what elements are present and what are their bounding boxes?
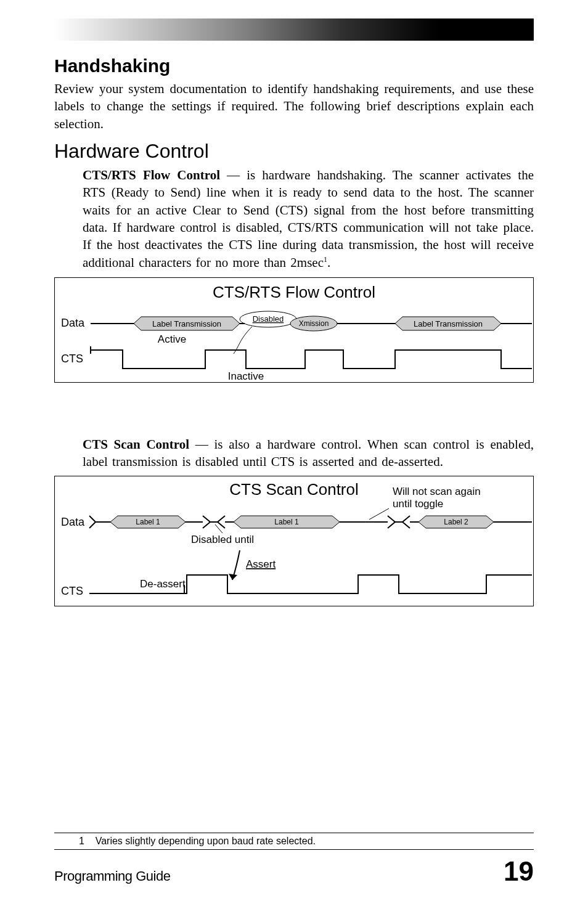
footnote-num: 1: [79, 836, 84, 846]
diag2-data-label: Data: [61, 516, 85, 528]
footnote-1: 1 Varies slightly depending upon baud ra…: [54, 833, 534, 849]
diagram-cts-scan-control: CTS Scan Control Will not scan again unt…: [54, 476, 534, 606]
diagram2-title: CTS Scan Control: [229, 480, 359, 499]
diag2-cts-label: CTS: [61, 585, 83, 597]
diag1-disabled-text: Disabled: [253, 314, 284, 324]
diag2-hex2-text: Label 2: [444, 518, 468, 526]
heading-handshaking: Handshaking: [54, 55, 534, 76]
diag2-disabled-until: Disabled until: [191, 534, 254, 545]
diag2-assert-text: Assert: [246, 558, 276, 570]
diag2-hex1a-text: Label 1: [136, 518, 160, 526]
spacer-1: [54, 383, 534, 436]
diagram2-svg: CTS Scan Control Will not scan again unt…: [55, 476, 533, 606]
diag2-noscan-callout: [369, 508, 389, 520]
footer-left: Programming Guide: [54, 868, 170, 884]
diag2-noscan-line2: until toggle: [393, 498, 443, 510]
para-cts-scan: CTS Scan Control — is also a hardware co…: [83, 436, 534, 471]
diag1-inactive-text: Inactive: [228, 370, 264, 382]
intro-paragraph: Review your system documentation to iden…: [54, 80, 534, 132]
para-period: .: [327, 255, 330, 270]
footer-page-number: 19: [504, 856, 534, 887]
diag1-hex2-text: Label Transmission: [414, 319, 483, 328]
diag1-cts-waveform: [91, 350, 532, 369]
heading-hardware-control: Hardware Control: [54, 140, 534, 163]
diag2-sep-right-1: [203, 516, 210, 528]
diag1-active-text: Active: [158, 333, 186, 345]
para-cts-rts-rest: — is hardware handshaking. The scanner a…: [83, 168, 534, 270]
diag2-hex1b-text: Label 1: [274, 518, 299, 526]
diag2-noscan-line1: Will not scan again: [393, 486, 481, 497]
para-cts-scan-bold: CTS Scan Control: [83, 437, 189, 452]
diagram1-svg: Data Label Transmission Disabled Xmissio…: [55, 308, 533, 382]
diagram-cts-rts-flow-control: CTS/RTS Flow Control Data Label Transmis…: [54, 277, 534, 383]
diagram1-title: CTS/RTS Flow Control: [55, 278, 533, 308]
para-cts-rts: CTS/RTS Flow Control — is hardware hands…: [83, 166, 534, 271]
diag2-assert-arrow-head: [229, 574, 237, 580]
diag1-xmission-text: Xmission: [299, 319, 329, 328]
header-gradient-bar: [54, 18, 534, 41]
page-footer: Programming Guide 19: [54, 856, 534, 887]
diag2-deassert-text: De-assert: [140, 578, 186, 590]
footnote-text: Varies slightly depending upon baud rate…: [96, 836, 316, 846]
diag1-hex1-text: Label Transmission: [152, 319, 221, 328]
diag1-data-label: Data: [61, 317, 85, 329]
footnote-block: 1 Varies slightly depending upon baud ra…: [54, 833, 534, 850]
diag2-sep-left-2: [402, 516, 410, 528]
page: Handshaking Review your system documenta…: [0, 0, 588, 909]
diag2-lead-tip: [89, 516, 96, 528]
diag2-sep-right-2: [388, 516, 395, 528]
footnote-rule-bottom: [54, 849, 534, 850]
diag1-cts-label: CTS: [61, 353, 83, 365]
diag2-sep-left-1: [218, 516, 225, 528]
para-cts-rts-bold: CTS/RTS Flow Control: [83, 168, 220, 182]
